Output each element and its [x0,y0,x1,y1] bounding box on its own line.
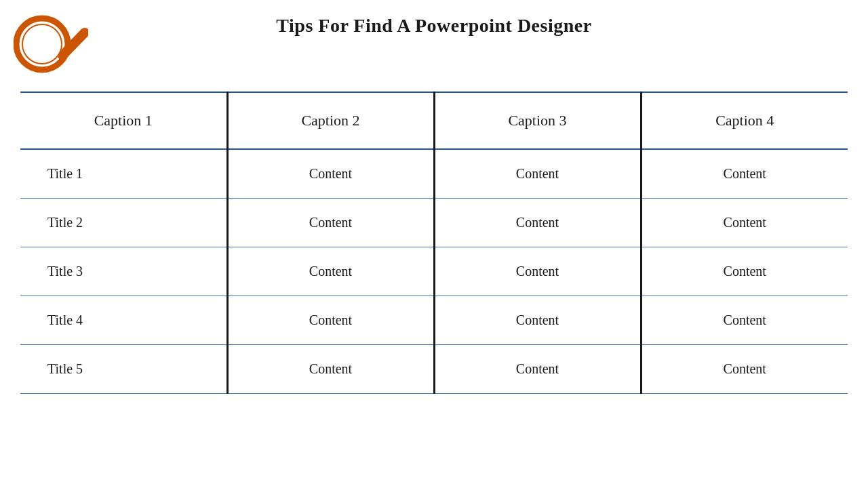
row-1-col3: Content [434,149,641,199]
col-header-2: Caption 2 [227,92,434,149]
data-table: Caption 1 Caption 2 Caption 3 Caption 4 … [20,92,848,394]
header-row: Caption 1 Caption 2 Caption 3 Caption 4 [20,92,848,149]
magnifier-icon [14,7,88,81]
row-2-title: Title 2 [20,199,227,247]
row-3-col4: Content [641,247,848,296]
row-2-col3: Content [434,199,641,247]
page-container: Tips For Find A Powerpoint Designer Capt… [0,0,868,488]
row-3-col2: Content [227,247,434,296]
table-row: Title 4ContentContentContent [20,296,848,345]
row-1-col4: Content [641,149,848,199]
table-row: Title 3ContentContentContent [20,247,848,296]
table-row: Title 2ContentContentContent [20,199,848,247]
col-header-3: Caption 3 [434,92,641,149]
row-1-col2: Content [227,149,434,199]
row-4-title: Title 4 [20,296,227,345]
row-4-col3: Content [434,296,641,345]
col-header-1: Caption 1 [20,92,227,149]
row-4-col2: Content [227,296,434,345]
row-3-title: Title 3 [20,247,227,296]
table-row: Title 1ContentContentContent [20,149,848,199]
table-wrapper: Caption 1 Caption 2 Caption 3 Caption 4 … [20,92,848,474]
row-5-title: Title 5 [20,345,227,394]
row-2-col2: Content [227,199,434,247]
row-5-col2: Content [227,345,434,394]
table-row: Title 5ContentContentContent [20,345,848,394]
row-5-col4: Content [641,345,848,394]
row-3-col3: Content [434,247,641,296]
page-title: Tips For Find A Powerpoint Designer [0,0,868,37]
row-1-title: Title 1 [20,149,227,199]
row-4-col4: Content [641,296,848,345]
svg-point-2 [22,24,62,64]
col-header-4: Caption 4 [641,92,848,149]
row-5-col3: Content [434,345,641,394]
row-2-col4: Content [641,199,848,247]
